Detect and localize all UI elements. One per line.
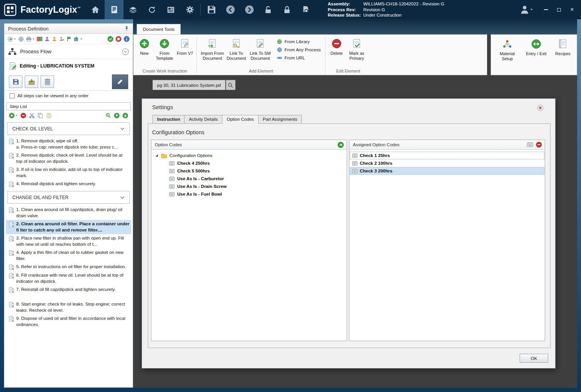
preview-step-button[interactable] [105, 113, 111, 118]
step-item[interactable]: 3. If oil is low on indicator, add oil u… [6, 166, 131, 180]
step-item[interactable]: 2. Clean area around oil filter. Place a… [6, 220, 131, 234]
option-code-item[interactable]: Use As Is - Carburetor [151, 175, 347, 182]
assigned-option-code-item[interactable]: Check 3 200hrs [350, 167, 544, 175]
step-group-header[interactable]: CHECK OIL LEVEL [7, 122, 130, 135]
step-item[interactable]: 2. Remove dipstick; check oil level. Lev… [6, 151, 131, 166]
step-item[interactable]: 7. Reinstall oil fill cap/dipstick and t… [6, 286, 131, 294]
export-button[interactable] [7, 36, 16, 42]
cut-step-button[interactable] [29, 113, 35, 118]
move-step-down-button[interactable] [122, 113, 128, 118]
assign-option-code-button[interactable] [337, 142, 344, 148]
process-flow-row[interactable]: Process Flow [4, 44, 133, 59]
settings-tab[interactable]: Instruction [152, 115, 185, 123]
mark-as-primary-button[interactable]: Mark as Primary [345, 36, 368, 68]
maximize-button[interactable] [556, 6, 562, 13]
settings-button[interactable] [180, 0, 199, 19]
link-to-sm-document-button[interactable]: Link To SM Document [247, 36, 273, 68]
new-button[interactable]: New [136, 36, 153, 68]
step-item[interactable]: 4. Apply a thin film of clean oil to rub… [6, 248, 131, 263]
step-item[interactable]: 5. Refer to instructions on oil filter f… [6, 263, 131, 271]
user-button[interactable] [52, 36, 57, 42]
document-tab[interactable]: pg 30, 31 Lubrication System.pd [152, 80, 225, 90]
move-step-up-button[interactable] [114, 113, 120, 118]
permissions-button[interactable] [59, 36, 64, 42]
documents-stack-button[interactable] [124, 0, 142, 19]
step-item[interactable]: 9. Dispose of used oil and filter in acc… [6, 314, 131, 329]
unlock-button[interactable] [259, 0, 278, 19]
add-step-button[interactable] [9, 113, 18, 118]
assigned-option-code-item[interactable]: Check 1 25hrs [350, 152, 544, 159]
settings-tab[interactable]: Part Assignments [259, 115, 302, 123]
configuration-options-root[interactable]: Configuration Options [151, 152, 347, 159]
lock-button[interactable] [278, 0, 296, 19]
back-button[interactable] [221, 0, 240, 19]
step-item[interactable]: 1. Clean area around oil fill cap/dipsti… [6, 206, 131, 220]
ok-button[interactable]: OK [520, 354, 548, 363]
sync-button[interactable] [142, 0, 161, 19]
deploy-button[interactable] [74, 36, 83, 42]
chevron-down-icon[interactable] [120, 196, 125, 199]
validate-button[interactable] [107, 36, 113, 42]
option-code-item[interactable]: Check 5 500hrs [151, 167, 347, 175]
link-to-document-button[interactable]: Link To Document [225, 36, 247, 68]
user-menu-button[interactable] [520, 5, 533, 15]
edit-mode-button[interactable] [112, 74, 128, 89]
step-item[interactable]: 3. Place new filter in shallow pan with … [6, 234, 131, 248]
collapse-circle-icon[interactable] [122, 48, 129, 55]
user-key-icon [59, 36, 64, 42]
home-button[interactable] [86, 0, 105, 19]
pin-icon[interactable] [124, 26, 129, 31]
tab-document-tools[interactable]: Document Tools [137, 24, 181, 34]
user-roles-button[interactable] [44, 36, 50, 42]
step-item[interactable]: 6. Fill crankcase with new oil. Level sh… [6, 271, 131, 286]
material-setup-button[interactable]: Material Setup [494, 36, 521, 75]
work-instructions-button[interactable] [105, 0, 124, 19]
web-button[interactable] [18, 36, 24, 42]
copy-step-button[interactable] [37, 113, 43, 118]
option-code-item[interactable]: Use As Is - Drain Screw [151, 182, 347, 190]
entry-exit-button[interactable]: Entry / Exit [523, 36, 549, 75]
step-item[interactable]: 1. Remove dipstick; wipe oil off. a. Pre… [6, 137, 131, 151]
recipes-button[interactable]: Recipes [552, 36, 574, 75]
delete-process-button[interactable] [41, 76, 54, 88]
any-order-checkbox[interactable] [10, 93, 15, 98]
from-library-button[interactable]: From Library [277, 38, 321, 45]
titlebar: FactoryLogix™ [0, 0, 581, 19]
paste-step-button[interactable] [46, 113, 52, 118]
step-group-header[interactable]: CHANGE OIL AND FILTER [7, 191, 130, 204]
stop-button[interactable] [115, 36, 122, 42]
from-template-button[interactable]: From Template [153, 36, 176, 68]
forward-button[interactable] [240, 0, 259, 19]
close-window-button[interactable]: × [569, 6, 576, 13]
chevron-down-icon[interactable] [120, 127, 125, 130]
edit-option-code-button[interactable] [527, 142, 533, 147]
settings-tab[interactable]: Activity Details [185, 115, 222, 123]
step-item[interactable]: 4. Reinstall dipstick and tighten secure… [6, 180, 131, 188]
info-button[interactable] [124, 36, 130, 42]
from-any-process-button[interactable]: From Any Process [277, 46, 321, 53]
editing-document-icon [9, 62, 17, 70]
save-button[interactable] [202, 0, 221, 19]
dialog-close-button[interactable] [537, 105, 544, 111]
settings-tab[interactable]: Option Codes [222, 115, 258, 123]
document-search-button[interactable] [226, 80, 235, 90]
from-v7-button[interactable]: From V7 [176, 36, 194, 68]
tree-expander-icon[interactable] [155, 154, 159, 157]
from-url-button[interactable]: From URL [277, 54, 321, 61]
delete-element-button[interactable]: Delete [328, 36, 345, 68]
save-process-button[interactable] [9, 76, 22, 88]
import-from-document-button[interactable]: Import From Document [200, 36, 225, 68]
print-button[interactable] [26, 36, 35, 42]
remove-step-button[interactable] [20, 113, 26, 118]
step-item[interactable]: 8. Start engine; check for oil leaks. St… [6, 300, 131, 314]
minimize-button[interactable] [542, 6, 549, 13]
option-code-item[interactable]: Use As Is - Fuel Bowl [151, 190, 347, 198]
publish-button[interactable] [66, 36, 72, 42]
compare-button[interactable] [37, 36, 42, 42]
assigned-option-code-item[interactable]: Check 2 100hrs [350, 159, 544, 167]
remove-assigned-code-button[interactable] [536, 142, 542, 148]
option-code-item[interactable]: Check 4 250hrs [151, 159, 347, 167]
news-button[interactable] [161, 0, 180, 19]
import-button[interactable] [25, 76, 38, 88]
audit-search-button[interactable] [296, 0, 315, 19]
